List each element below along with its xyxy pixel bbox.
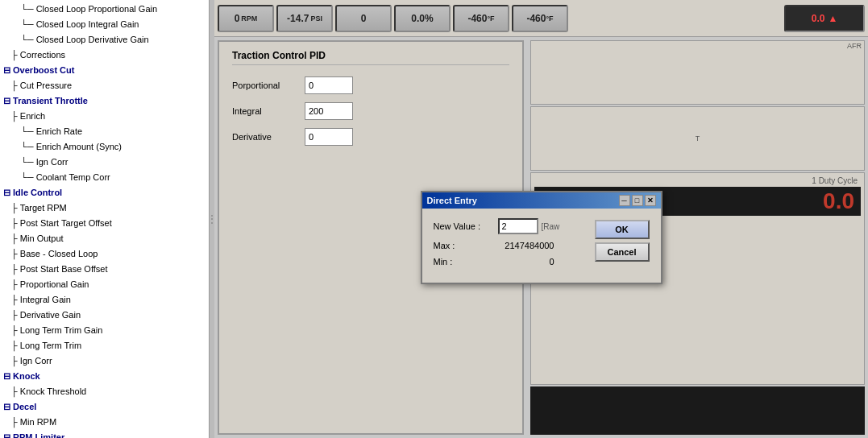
sidebar-item-base-closed-loop[interactable]: ├ Base - Closed Loop xyxy=(0,246,209,262)
sidebar-item-post-start-target-offset[interactable]: ├ Post Start Target Offset xyxy=(0,216,209,231)
sidebar-item-label-min-rpm: ├ Min RPM xyxy=(11,417,56,427)
sidebar-item-label-proportional-gain: ├ Proportional Gain xyxy=(11,279,89,289)
dialog-minimize-btn[interactable]: ─ xyxy=(619,195,630,206)
sidebar-item-label-ign-corr2: ├ Ign Corr xyxy=(11,356,52,366)
dialog-buttons: OK Cancel xyxy=(595,218,650,273)
sidebar-item-label-min-output: ├ Min Output xyxy=(11,233,64,243)
sidebar-item-min-rpm[interactable]: ├ Min RPM xyxy=(0,415,209,430)
temp1-gauge: -460 °F xyxy=(453,5,509,32)
new-value-input[interactable] xyxy=(498,218,538,234)
sidebar-item-decel[interactable]: ⊟ Decel xyxy=(0,399,209,415)
restore-icon: □ xyxy=(635,196,639,205)
temp1-value: -460 xyxy=(467,13,487,24)
content-area: Traction Control PID Porportional Integr… xyxy=(214,37,868,438)
main-content: 0 RPM -14.7 PSI 0 0.0% -460 °F -460 °F 0… xyxy=(214,0,868,438)
dark-gauge: 0.0 ▲ xyxy=(784,5,865,32)
sidebar-item-label-coolant-temp-corr: └─ Coolant Temp Corr xyxy=(21,172,110,182)
dialog-restore-btn[interactable]: □ xyxy=(632,195,643,206)
sidebar-item-ign-corr[interactable]: └─ Ign Corr xyxy=(0,155,209,170)
sidebar-item-label-overboost-cut: ⊟ Overboost Cut xyxy=(3,65,74,75)
sidebar-item-label-transient-throttle: ⊟ Transient Throttle xyxy=(3,96,88,105)
value3-gauge: 0 xyxy=(335,5,392,32)
dialog-close-btn[interactable]: ✕ xyxy=(645,195,656,206)
sidebar-item-closed-loop-derivative[interactable]: └─ Closed Loop Derivative Gain xyxy=(0,32,209,48)
sidebar-item-knock[interactable]: ⊟ Knock xyxy=(0,369,209,384)
sidebar-item-label-long-term-trim: ├ Long Term Trim xyxy=(11,341,81,350)
sidebar-item-post-start-base-offset[interactable]: ├ Post Start Base Offset xyxy=(0,262,209,277)
sidebar-item-enrich-amount[interactable]: └─ Enrich Amount (Sync) xyxy=(0,139,209,155)
dialog-title-icons: ─ □ ✕ xyxy=(619,195,656,206)
statusbar: 0 RPM -14.7 PSI 0 0.0% -460 °F -460 °F 0… xyxy=(214,0,868,37)
max-row: Max : 2147484000 xyxy=(434,241,587,250)
sidebar-item-label-target-rpm: ├ Target RPM xyxy=(11,203,67,213)
dialog-fields: New Value : [Raw Max : 2147484000 Min : … xyxy=(434,218,587,273)
rpm-gauge: 0 RPM xyxy=(218,5,274,32)
sidebar-item-derivative-gain[interactable]: ├ Derivative Gain xyxy=(0,308,209,323)
sidebar-item-closed-loop-integral[interactable]: └─ Closed Loop Integral Gain xyxy=(0,17,209,32)
sidebar-item-transient-throttle[interactable]: ⊟ Transient Throttle xyxy=(0,93,209,109)
sidebar-item-label-base-closed-loop: ├ Base - Closed Loop xyxy=(11,249,98,258)
new-value-label: New Value : xyxy=(434,221,498,231)
modal-overlay: Direct Entry ─ □ ✕ xyxy=(214,37,868,438)
sidebar: └─ Closed Loop Proportional Gain└─ Close… xyxy=(0,0,210,438)
sidebar-item-label-enrich-amount: └─ Enrich Amount (Sync) xyxy=(21,142,122,151)
ok-button[interactable]: OK xyxy=(595,220,650,239)
temp1-unit: °F xyxy=(487,14,494,23)
sidebar-item-proportional-gain[interactable]: ├ Proportional Gain xyxy=(0,277,209,292)
sidebar-item-long-term-trim[interactable]: ├ Long Term Trim xyxy=(0,338,209,353)
sidebar-item-label-corrections: ├ Corrections xyxy=(11,50,65,60)
sidebar-item-cut-pressure[interactable]: ├ Cut Pressure xyxy=(0,78,209,93)
rpm-value: 0 xyxy=(235,13,240,24)
sidebar-item-label-rpm-limiter: ⊟ RPM Limiter xyxy=(3,432,64,438)
dark-value: 0.0 xyxy=(812,13,825,24)
sidebar-item-integral-gain[interactable]: ├ Integral Gain xyxy=(0,292,209,308)
sidebar-item-label-post-start-target-offset: ├ Post Start Target Offset xyxy=(11,218,112,228)
sidebar-item-label-ign-corr: └─ Ign Corr xyxy=(21,157,68,167)
rpm-unit: RPM xyxy=(241,14,257,23)
sidebar-item-label-cut-pressure: ├ Cut Pressure xyxy=(11,81,72,90)
temp2-value: -460 xyxy=(526,13,546,24)
dialog-body: New Value : [Raw Max : 2147484000 Min : … xyxy=(422,209,661,283)
sidebar-item-label-derivative-gain: ├ Derivative Gain xyxy=(11,310,81,320)
psi-unit: PSI xyxy=(310,14,322,23)
max-value: 2147484000 xyxy=(498,241,554,250)
sidebar-item-label-integral-gain: ├ Integral Gain xyxy=(11,295,71,304)
sidebar-item-idle-control[interactable]: ⊟ Idle Control xyxy=(0,185,209,200)
sidebar-item-corrections[interactable]: ├ Corrections xyxy=(0,48,209,63)
cancel-button[interactable]: Cancel xyxy=(595,242,650,262)
sidebar-item-label-idle-control: ⊟ Idle Control xyxy=(3,188,62,197)
max-label: Max : xyxy=(434,241,498,250)
direct-entry-dialog: Direct Entry ─ □ ✕ xyxy=(421,191,662,284)
dark-arrow: ▲ xyxy=(828,13,837,24)
sidebar-item-label-knock-threshold: ├ Knock Threshold xyxy=(11,386,86,396)
dialog-titlebar: Direct Entry ─ □ ✕ xyxy=(422,192,661,209)
sidebar-item-label-closed-loop-derivative: └─ Closed Loop Derivative Gain xyxy=(21,35,149,44)
dialog-title: Direct Entry xyxy=(427,196,477,205)
sidebar-item-min-output[interactable]: ├ Min Output xyxy=(0,231,209,246)
psi-value: -14.7 xyxy=(287,13,309,24)
sidebar-item-enrich[interactable]: ├ Enrich xyxy=(0,109,209,124)
sidebar-item-coolant-temp-corr[interactable]: └─ Coolant Temp Corr xyxy=(0,170,209,185)
sidebar-item-target-rpm[interactable]: ├ Target RPM xyxy=(0,200,209,216)
sidebar-item-ign-corr2[interactable]: ├ Ign Corr xyxy=(0,353,209,369)
sidebar-item-label-closed-loop-integral: └─ Closed Loop Integral Gain xyxy=(21,19,139,29)
psi-gauge: -14.7 PSI xyxy=(276,5,333,32)
sidebar-item-label-enrich: ├ Enrich xyxy=(11,111,45,121)
sidebar-item-rpm-limiter[interactable]: ⊟ RPM Limiter xyxy=(0,430,209,438)
value3: 0 xyxy=(361,13,367,24)
sidebar-item-enrich-rate[interactable]: └─ Enrich Rate xyxy=(0,124,209,139)
min-row: Min : 0 xyxy=(434,257,587,267)
temp2-unit: °F xyxy=(546,14,553,23)
sidebar-item-knock-threshold[interactable]: ├ Knock Threshold xyxy=(0,384,209,399)
sidebar-item-label-post-start-base-offset: ├ Post Start Base Offset xyxy=(11,264,107,274)
minimize-icon: ─ xyxy=(621,196,626,205)
sidebar-item-long-term-trim-gain[interactable]: ├ Long Term Trim Gain xyxy=(0,323,209,338)
sidebar-item-closed-loop-proportional[interactable]: └─ Closed Loop Proportional Gain xyxy=(0,2,209,17)
sidebar-item-label-knock: ⊟ Knock xyxy=(3,371,40,381)
percent-gauge: 0.0% xyxy=(394,5,451,32)
sidebar-item-label-long-term-trim-gain: ├ Long Term Trim Gain xyxy=(11,325,102,335)
sidebar-item-overboost-cut[interactable]: ⊟ Overboost Cut xyxy=(0,63,209,78)
sidebar-item-label-enrich-rate: └─ Enrich Rate xyxy=(21,126,82,136)
sidebar-item-label-decel: ⊟ Decel xyxy=(3,402,36,411)
close-icon: ✕ xyxy=(647,196,654,205)
